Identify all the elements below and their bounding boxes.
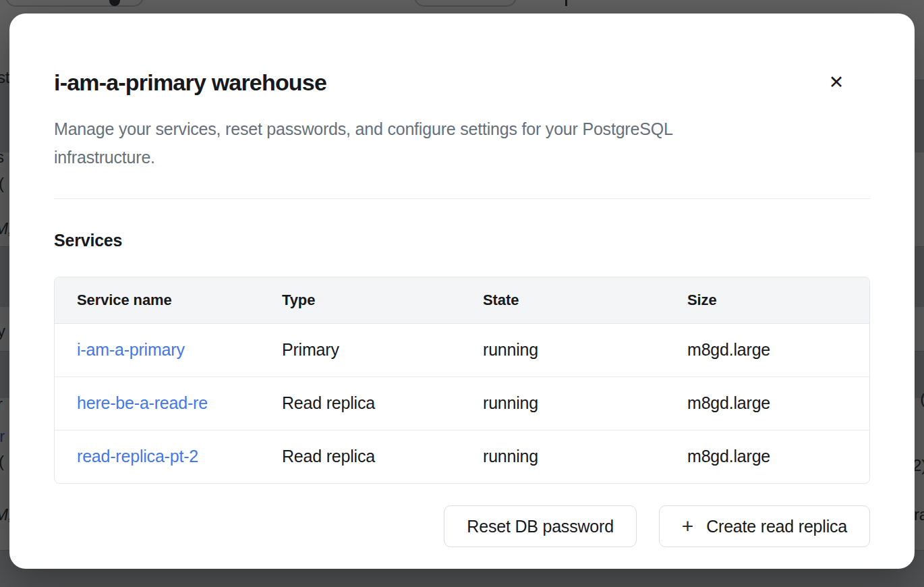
dialog-description-line1: Manage your services, reset passwords, a… xyxy=(54,115,870,143)
column-header-size: Size xyxy=(665,277,869,323)
service-size: m8gd.large xyxy=(665,376,869,430)
service-state: running xyxy=(461,323,665,376)
column-header-service-name: Service name xyxy=(55,277,260,323)
services-heading: Services xyxy=(54,229,870,252)
service-type: Read replica xyxy=(260,376,461,430)
service-size: m8gd.large xyxy=(665,323,869,376)
service-state: running xyxy=(461,430,665,483)
service-size: m8gd.large xyxy=(665,430,869,483)
table-row: read-replica-pt-2 Read replica running m… xyxy=(55,430,869,483)
dialog-title: i-am-a-primary warehouse xyxy=(54,69,870,96)
create-read-replica-label: Create read replica xyxy=(706,517,847,536)
service-link[interactable]: i-am-a-primary xyxy=(77,340,185,359)
service-state: running xyxy=(461,376,665,430)
close-icon[interactable]: ✕ xyxy=(826,72,847,93)
service-type: Read replica xyxy=(260,430,461,483)
column-header-state: State xyxy=(461,277,665,323)
services-table: Service name Type State Size i-am-a-prim… xyxy=(54,277,870,484)
table-header-row: Service name Type State Size xyxy=(55,277,869,323)
table-row: here-be-a-read-re Read replica running m… xyxy=(55,376,869,430)
warehouse-dialog: i-am-a-primary warehouse ✕ Manage your s… xyxy=(9,13,915,569)
reset-db-password-label: Reset DB password xyxy=(467,517,614,536)
divider xyxy=(54,198,870,199)
table-row: i-am-a-primary Primary running m8gd.larg… xyxy=(55,323,869,376)
column-header-type: Type xyxy=(260,277,461,323)
reset-db-password-button[interactable]: Reset DB password xyxy=(444,505,637,547)
dialog-description: Manage your services, reset passwords, a… xyxy=(54,115,870,171)
service-link[interactable]: here-be-a-read-re xyxy=(77,393,208,412)
plus-icon: + xyxy=(682,516,693,536)
create-read-replica-button[interactable]: + Create read replica xyxy=(659,505,870,547)
service-link[interactable]: read-replica-pt-2 xyxy=(77,447,198,466)
dialog-description-line2: infrastructure. xyxy=(54,143,870,171)
service-type: Primary xyxy=(260,323,461,376)
dialog-footer: Reset DB password + Create read replica xyxy=(54,505,870,547)
